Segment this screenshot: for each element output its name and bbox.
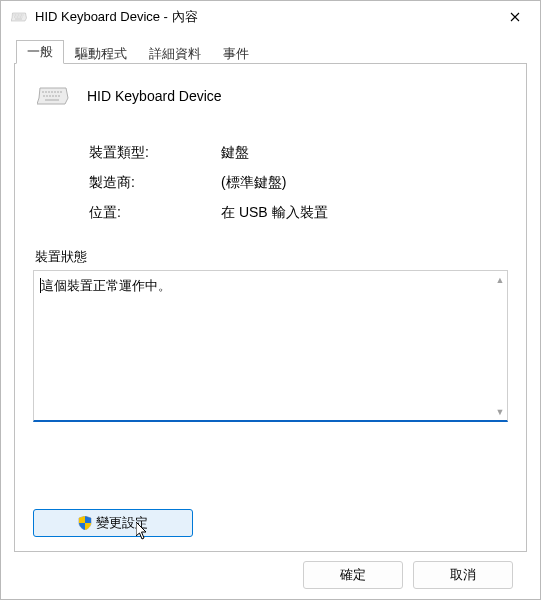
change-settings-row: 變更設定 (33, 509, 193, 537)
svg-rect-23 (49, 95, 51, 97)
device-status-group: 裝置狀態 這個裝置正常運作中。 ▲ ▼ (33, 248, 508, 422)
label-location: 位置: (89, 204, 221, 222)
keyboard-icon (33, 86, 73, 106)
info-row-type: 裝置類型: 鍵盤 (89, 138, 508, 168)
status-group-label: 裝置狀態 (35, 248, 508, 266)
svg-rect-15 (45, 91, 47, 93)
device-info: 裝置類型: 鍵盤 製造商: (標準鍵盤) 位置: 在 USB 輸入裝置 (89, 138, 508, 228)
svg-rect-21 (43, 95, 45, 97)
change-settings-button[interactable]: 變更設定 (33, 509, 193, 537)
svg-rect-19 (57, 91, 59, 93)
device-header: HID Keyboard Device (33, 86, 508, 106)
svg-rect-25 (55, 95, 57, 97)
svg-rect-20 (60, 91, 62, 93)
client-area: 一般 驅動程式 詳細資料 事件 HID Keyb (1, 33, 540, 599)
titlebar: HID Keyboard Device - 內容 (1, 1, 540, 33)
svg-rect-2 (17, 15, 18, 16)
value-device-type: 鍵盤 (221, 144, 508, 162)
value-location: 在 USB 輸入裝置 (221, 204, 508, 222)
value-manufacturer: (標準鍵盤) (221, 174, 508, 192)
svg-rect-9 (17, 17, 18, 18)
properties-window: HID Keyboard Device - 內容 一般 驅動程式 詳細資料 事件 (0, 0, 541, 600)
svg-rect-6 (23, 15, 24, 16)
status-textbox[interactable]: 這個裝置正常運作中。 (33, 270, 508, 422)
tab-events[interactable]: 事件 (212, 42, 260, 64)
change-settings-label: 變更設定 (96, 514, 148, 532)
svg-rect-3 (18, 15, 19, 16)
svg-rect-10 (19, 17, 20, 18)
device-name: HID Keyboard Device (87, 88, 222, 104)
uac-shield-icon (78, 516, 92, 530)
svg-rect-16 (48, 91, 50, 93)
svg-rect-8 (16, 17, 17, 18)
close-icon (510, 12, 520, 22)
tab-strip: 一般 驅動程式 詳細資料 事件 (16, 39, 527, 63)
svg-rect-27 (45, 99, 59, 101)
tab-general[interactable]: 一般 (16, 40, 64, 64)
status-box-wrap: 這個裝置正常運作中。 ▲ ▼ (33, 270, 508, 422)
tab-details[interactable]: 詳細資料 (138, 42, 212, 64)
svg-rect-0 (14, 15, 15, 16)
svg-rect-1 (15, 15, 16, 16)
status-text: 這個裝置正常運作中。 (40, 278, 171, 293)
svg-rect-5 (21, 15, 22, 16)
close-button[interactable] (498, 3, 532, 31)
keyboard-icon (11, 9, 27, 25)
svg-rect-24 (52, 95, 54, 97)
tab-page-general: HID Keyboard Device 裝置類型: 鍵盤 製造商: (標準鍵盤)… (14, 63, 527, 552)
svg-rect-4 (20, 15, 21, 16)
svg-rect-11 (20, 17, 21, 18)
label-manufacturer: 製造商: (89, 174, 221, 192)
label-device-type: 裝置類型: (89, 144, 221, 162)
svg-rect-18 (54, 91, 56, 93)
scroll-up-icon[interactable]: ▲ (493, 273, 507, 287)
svg-rect-17 (51, 91, 53, 93)
cancel-button[interactable]: 取消 (413, 561, 513, 589)
dialog-button-row: 確定 取消 (14, 552, 527, 589)
svg-rect-13 (15, 19, 22, 20)
svg-rect-14 (42, 91, 44, 93)
info-row-location: 位置: 在 USB 輸入裝置 (89, 198, 508, 228)
window-title: HID Keyboard Device - 內容 (35, 8, 498, 26)
scroll-down-icon[interactable]: ▼ (493, 405, 507, 419)
status-scrollbar[interactable]: ▲ ▼ (493, 273, 507, 419)
ok-button[interactable]: 確定 (303, 561, 403, 589)
svg-rect-26 (58, 95, 60, 97)
svg-rect-22 (46, 95, 48, 97)
tab-driver[interactable]: 驅動程式 (64, 42, 138, 64)
svg-rect-7 (14, 17, 15, 18)
svg-rect-12 (22, 17, 23, 18)
info-row-manufacturer: 製造商: (標準鍵盤) (89, 168, 508, 198)
